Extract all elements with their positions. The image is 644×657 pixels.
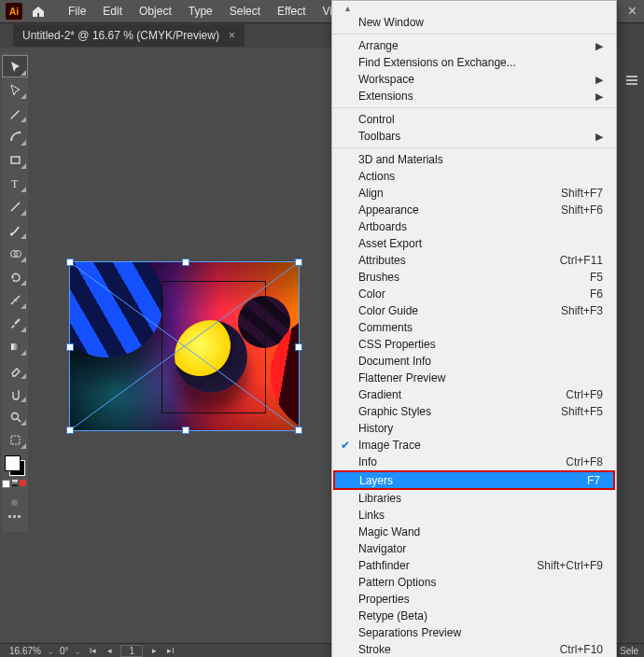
menu-item-pattern-options[interactable]: Pattern Options xyxy=(332,574,616,591)
close-tab-button[interactable]: × xyxy=(229,29,235,42)
rectangle-tool[interactable] xyxy=(2,148,28,171)
last-artboard-button[interactable]: ▸I xyxy=(165,646,176,655)
menu-item-label: Libraries xyxy=(358,492,401,505)
menu-item-asset-export[interactable]: Asset Export xyxy=(332,235,616,252)
menu-item-label: Image Trace xyxy=(358,439,421,452)
svg-rect-1 xyxy=(11,157,20,163)
eraser-tool[interactable] xyxy=(2,358,28,381)
menu-item-find-extensions-on-exchange[interactable]: Find Extensions on Exchange... xyxy=(332,54,616,71)
menu-item-properties[interactable]: Properties xyxy=(332,591,616,608)
menu-item-image-trace[interactable]: Image Trace xyxy=(332,437,616,454)
menu-type[interactable]: Type xyxy=(180,1,221,21)
menu-item-separations-preview[interactable]: Separations Preview xyxy=(332,624,616,641)
menu-item-workspace[interactable]: Workspace▶ xyxy=(332,71,616,88)
menu-item-document-info[interactable]: Document Info xyxy=(332,353,616,370)
menu-item-brushes[interactable]: BrushesF5 xyxy=(332,269,616,286)
document-tab[interactable]: Untitled-2* @ 16.67 % (CMYK/Preview) × xyxy=(13,24,245,47)
menu-item-stroke[interactable]: StrokeCtrl+F10 xyxy=(332,641,616,657)
menu-item-libraries[interactable]: Libraries xyxy=(332,490,616,507)
menu-item-retype-beta[interactable]: Retype (Beta) xyxy=(332,608,616,624)
menu-item-layers[interactable]: LayersF7 xyxy=(333,470,615,490)
menu-item-label: Arrange xyxy=(358,39,399,52)
menu-item-appearance[interactable]: AppearanceShift+F6 xyxy=(332,202,616,218)
menu-item-artboards[interactable]: Artboards xyxy=(332,218,616,235)
menu-item-label: Control xyxy=(358,113,395,126)
zoom-tool[interactable] xyxy=(2,405,28,427)
type-tool[interactable]: T xyxy=(2,172,28,194)
menu-effect[interactable]: Effect xyxy=(269,1,314,21)
menu-item-shortcut: Shift+F3 xyxy=(561,304,603,317)
menu-item-actions[interactable]: Actions xyxy=(332,168,616,185)
pen-tool[interactable] xyxy=(2,102,28,124)
menu-item-shortcut: Ctrl+F8 xyxy=(566,455,603,468)
menu-item-flattener-preview[interactable]: Flattener Preview xyxy=(332,370,616,386)
menu-item-graphic-styles[interactable]: Graphic StylesShift+F5 xyxy=(332,403,616,420)
prev-artboard-button[interactable]: ◂ xyxy=(104,646,115,655)
properties-panel-icon[interactable] xyxy=(622,70,642,91)
menu-select[interactable]: Select xyxy=(221,1,269,21)
screen-mode-row[interactable] xyxy=(2,499,26,510)
app-logo: Ai xyxy=(6,3,22,20)
menu-edit[interactable]: Edit xyxy=(94,1,131,21)
menu-item-color-guide[interactable]: Color GuideShift+F3 xyxy=(332,302,616,319)
line-tool[interactable] xyxy=(2,195,28,217)
menu-item-gradient[interactable]: GradientCtrl+F9 xyxy=(332,386,616,403)
menu-item-history[interactable]: History xyxy=(332,420,616,437)
home-button[interactable] xyxy=(28,1,49,21)
menu-item-label: New Window xyxy=(358,16,424,29)
first-artboard-button[interactable]: I◂ xyxy=(87,646,98,655)
menu-item-comments[interactable]: Comments xyxy=(332,319,616,336)
artboard-number[interactable]: 1 xyxy=(120,645,143,657)
rotate-tool[interactable] xyxy=(2,265,28,287)
menu-item-align[interactable]: AlignShift+F7 xyxy=(332,185,616,202)
menu-file[interactable]: File xyxy=(60,1,94,21)
gradient-tool[interactable] xyxy=(2,335,28,357)
zoom-level[interactable]: 16.67% xyxy=(9,646,41,656)
menu-item-toolbars[interactable]: Toolbars▶ xyxy=(332,128,616,145)
menu-item-control[interactable]: Control xyxy=(332,111,616,128)
dropdown-icon[interactable]: ⌄ xyxy=(74,646,81,656)
selection-tool[interactable] xyxy=(2,55,28,77)
menu-item-label: Stroke xyxy=(358,643,391,656)
artboard-tool[interactable] xyxy=(2,428,28,451)
menu-object[interactable]: Object xyxy=(131,1,180,21)
menu-scroll-up[interactable]: ▴ xyxy=(332,1,616,14)
menu-item-navigator[interactable]: Navigator xyxy=(332,540,616,557)
window-close-button[interactable]: × xyxy=(628,3,637,20)
color-mode-row[interactable] xyxy=(2,480,26,491)
fill-stroke-swatch[interactable] xyxy=(5,455,25,476)
width-tool[interactable] xyxy=(2,288,28,311)
home-icon xyxy=(31,4,46,19)
menu-item-label: Find Extensions on Exchange... xyxy=(358,56,516,69)
menu-item-arrange[interactable]: Arrange▶ xyxy=(332,37,616,54)
shape-builder-tool[interactable] xyxy=(2,242,28,264)
menu-item-css-properties[interactable]: CSS Properties xyxy=(332,336,616,353)
eyedropper-tool[interactable] xyxy=(2,312,28,334)
menu-item-links[interactable]: Links xyxy=(332,507,616,524)
direct-selection-tool[interactable] xyxy=(2,78,28,101)
paintbrush-tool[interactable] xyxy=(2,218,28,241)
menu-item-label: Asset Export xyxy=(358,237,422,250)
menu-item-label: Links xyxy=(358,509,385,522)
dropdown-icon[interactable]: ⌄ xyxy=(47,646,54,656)
svg-point-8 xyxy=(11,412,18,419)
menu-item-shortcut: F6 xyxy=(590,287,603,301)
rotate-view[interactable]: 0° xyxy=(60,646,69,656)
menu-item-new-window[interactable]: New Window xyxy=(332,14,616,31)
menu-item-color[interactable]: ColorF6 xyxy=(332,286,616,302)
hand-tool[interactable] xyxy=(2,382,28,404)
menu-item-pathfinder[interactable]: PathfinderShift+Ctrl+F9 xyxy=(332,557,616,574)
menu-item-3d-and-materials[interactable]: 3D and Materials xyxy=(332,151,616,168)
svg-line-3 xyxy=(11,203,20,211)
menu-item-label: Properties xyxy=(358,593,410,606)
menu-item-info[interactable]: InfoCtrl+F8 xyxy=(332,454,616,470)
edit-toolbar-button[interactable] xyxy=(2,515,26,526)
menu-item-label: Brushes xyxy=(358,271,399,284)
menu-item-magic-wand[interactable]: Magic Wand xyxy=(332,524,616,540)
menu-item-extensions[interactable]: Extensions▶ xyxy=(332,88,616,105)
menu-item-attributes[interactable]: AttributesCtrl+F11 xyxy=(332,252,616,269)
selected-object[interactable] xyxy=(69,261,300,431)
curvature-tool[interactable] xyxy=(2,125,28,147)
next-artboard-button[interactable]: ▸ xyxy=(148,646,160,655)
menu-item-label: Workspace xyxy=(358,73,414,86)
